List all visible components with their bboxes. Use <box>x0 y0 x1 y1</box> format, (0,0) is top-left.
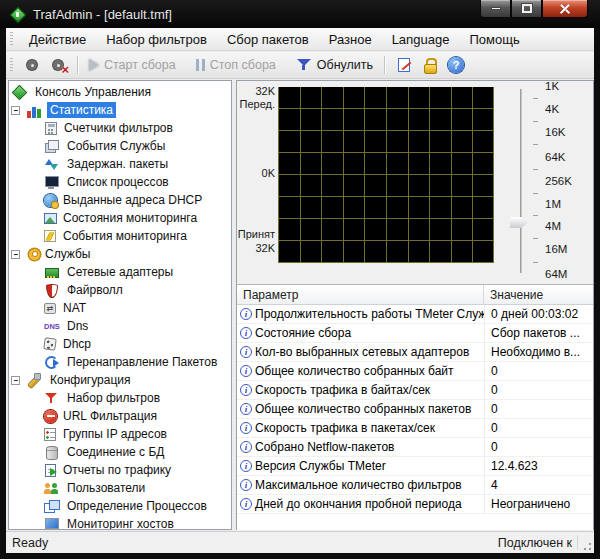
tree-item-url-filtering[interactable]: URL Фильтрация <box>9 407 231 425</box>
tree-item-host-monitoring[interactable]: Мониторинг хостов <box>9 515 231 530</box>
menu-misc[interactable]: Разное <box>319 29 382 50</box>
scale-slider-handle[interactable] <box>510 217 528 228</box>
tree-item-monitoring-events[interactable]: События мониторинга <box>9 227 231 245</box>
table-row[interactable]: iОбщее количество собранных пакетов0 <box>237 400 593 419</box>
title-bar: TrafAdmin - [default.tmf] <box>0 0 600 28</box>
right-pane: 32K Перед. 0K Принят 32K 1K 4K 16K <box>236 80 594 530</box>
play-icon <box>89 59 99 71</box>
column-header-value[interactable]: Значение <box>484 285 549 304</box>
close-button[interactable] <box>542 0 588 18</box>
tree-item-ip-groups[interactable]: Группы IP адресов <box>9 425 231 443</box>
tree-item-nat[interactable]: ⇄NAT <box>9 299 231 317</box>
tree-item-label: События мониторинга <box>60 228 190 244</box>
collapse-toggle-icon[interactable] <box>11 376 20 385</box>
table-row[interactable]: iОбщее количество собранных байт0 <box>237 362 593 381</box>
tree-item-dns[interactable]: Dns <box>9 317 231 335</box>
tree-item-process-list[interactable]: Список процессов <box>9 173 231 191</box>
tree-item-label: Список процессов <box>64 174 172 190</box>
param-name: Кол-во выбранных сетевых адаптеров <box>255 345 469 359</box>
tree-item-monitoring-states[interactable]: Состояния мониторинга <box>9 209 231 227</box>
rx-scale-value: 32K <box>237 242 275 254</box>
lock-button[interactable] <box>417 55 443 75</box>
table-row[interactable]: iКол-во выбранных сетевых адаптеровНеобх… <box>237 343 593 362</box>
tree-item-dhcp-leases[interactable]: Выданные адреса DHCP <box>9 191 231 209</box>
param-name: Скорость трафика в пакетах/сек <box>255 421 435 435</box>
parameters-table: Параметр Значение iПродолжительность раб… <box>237 284 593 530</box>
reset-counters-label: Обнулить <box>317 58 373 72</box>
tree-item-statistics[interactable]: Статистика <box>9 101 231 119</box>
info-icon: i <box>240 422 252 434</box>
menubar-gripper[interactable] <box>10 32 13 46</box>
tree-item-label: Перенаправление Пакетов <box>64 354 220 370</box>
table-row[interactable]: iПродолжительность работы TMeter Служ...… <box>237 305 593 324</box>
help-icon: ? <box>448 57 464 73</box>
tree-item-packet-redirect[interactable]: Перенаправление Пакетов <box>9 353 231 371</box>
column-header-parameter[interactable]: Параметр <box>237 285 484 304</box>
tree-item-network-adapters[interactable]: Сетевые адаптеры <box>9 263 231 281</box>
exit-service-button[interactable]: × <box>45 55 71 75</box>
lightning-icon <box>44 230 56 242</box>
tree-item-label: URL Фильтрация <box>60 408 160 424</box>
tree-item-services[interactable]: Службы <box>9 245 231 263</box>
tree-item-db-connection[interactable]: Соединение с БД <box>9 443 231 461</box>
table-row[interactable]: iДней до окончания пробной периодаНеогра… <box>237 495 593 514</box>
minimize-button[interactable] <box>480 0 511 18</box>
tree-item-configuration[interactable]: Конфигурация <box>9 371 231 389</box>
tree-item-delayed-packets[interactable]: Задержан. пакеты <box>9 155 231 173</box>
tree-item-traffic-reports[interactable]: Отчеты по трафику <box>9 461 231 479</box>
window-frame: TrafAdmin - [default.tmf] Действие Набор… <box>0 0 600 559</box>
reset-counters-button[interactable]: Обнулить <box>291 55 378 75</box>
menu-capture[interactable]: Сбор пакетов <box>217 29 319 50</box>
database-icon <box>44 445 59 460</box>
table-row[interactable]: iВерсия Службы TMeter12.4.623 <box>237 457 593 476</box>
table-row[interactable]: iСобрано Netflow-пакетов0 <box>237 438 593 457</box>
table-row[interactable]: iСкорость трафика в байтах/сек0 <box>237 381 593 400</box>
start-capture-button[interactable]: Старт сбора <box>84 56 181 74</box>
tree-item-console[interactable]: Консоль Управления <box>9 83 231 101</box>
menu-help[interactable]: Помощь <box>459 29 529 50</box>
tree-item-users[interactable]: Пользователи <box>9 479 231 497</box>
tree-item-label: Задержан. пакеты <box>64 156 171 172</box>
tree-item-label: Выданные адреса DHCP <box>60 192 205 208</box>
param-value: 4 <box>484 476 593 494</box>
tree-item-label: Мониторинг хостов <box>64 516 177 530</box>
tree-item-filter-set[interactable]: Набор фильтров <box>9 389 231 407</box>
table-row[interactable]: iСкорость трафика в пакетах/сек0 <box>237 419 593 438</box>
info-icon: i <box>240 384 252 396</box>
toolbar-gripper[interactable] <box>10 58 13 72</box>
collapse-toggle-icon[interactable] <box>11 250 20 259</box>
scale-label-1k: 1K <box>545 80 559 92</box>
scale-slider-track[interactable] <box>520 89 522 273</box>
tree-item-label: Состояния мониторинга <box>60 210 200 226</box>
stop-capture-label: Стоп сбора <box>210 58 276 72</box>
collapse-toggle-icon[interactable] <box>11 106 20 115</box>
edit-button[interactable] <box>391 55 417 75</box>
tree-item-process-detection[interactable]: Определение Процессов <box>9 497 231 515</box>
scale-tick <box>533 238 538 239</box>
menu-action[interactable]: Действие <box>19 29 96 50</box>
info-icon: i <box>240 308 252 320</box>
resize-grip[interactable] <box>580 539 592 551</box>
settings-button[interactable] <box>19 55 45 75</box>
stop-capture-button[interactable]: Стоп сбора <box>191 56 281 74</box>
param-value: 0 дней 00:03:02 <box>484 305 593 323</box>
param-name: Продолжительность работы TMeter Служ... <box>255 307 484 321</box>
table-row[interactable]: iМаксимальное количество фильтров4 <box>237 476 593 495</box>
help-button[interactable]: ? <box>443 55 469 75</box>
tree-item-service-events[interactable]: События Службы <box>9 137 231 155</box>
status-bar: Ready Подключен к <box>6 531 594 553</box>
table-row[interactable]: iСостояние сбораСбор пакетов ... <box>237 324 593 343</box>
maximize-button[interactable] <box>511 0 542 18</box>
menu-filterset[interactable]: Набор фильтров <box>96 29 217 50</box>
traffic-plot <box>278 87 494 263</box>
tree-item-label: Консоль Управления <box>32 84 154 100</box>
tree-item-filter-counters[interactable]: Счетчики фильтров <box>9 119 231 137</box>
traffic-graph-pane: 32K Перед. 0K Принят 32K 1K 4K 16K <box>237 81 593 282</box>
param-value: Сбор пакетов ... <box>484 324 593 342</box>
tree-item-label: Dhcp <box>60 336 94 352</box>
tree-item-dhcp[interactable]: Dhcp <box>9 335 231 353</box>
menu-language[interactable]: Language <box>382 29 460 50</box>
param-value: 0 <box>484 362 593 380</box>
tree-item-firewall[interactable]: Файрволл <box>9 281 231 299</box>
report-icon <box>45 464 56 477</box>
